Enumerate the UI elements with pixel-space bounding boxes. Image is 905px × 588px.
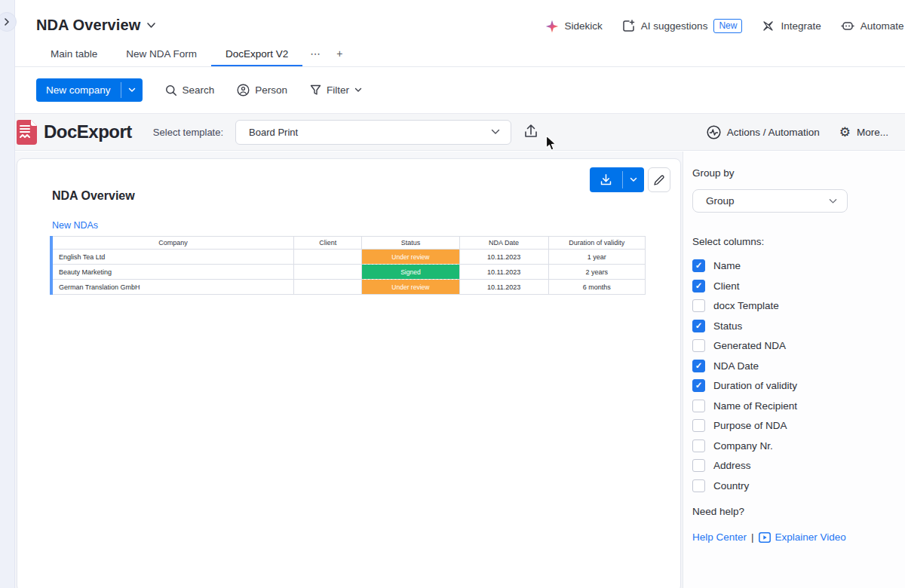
checkbox-label: Client [713,280,740,292]
checkbox-label: Status [713,320,742,332]
docexport-app-name: DocExport [44,121,132,142]
column-checkbox-address[interactable]: ✓ Address [692,459,797,473]
edit-template-button[interactable] [648,167,670,192]
tab-more-menu[interactable]: ⋯ [302,47,329,66]
chevron-down-icon[interactable] [146,22,156,29]
sidekick-button[interactable]: Sidekick [545,20,603,33]
docexport-logo: DocExport [17,120,132,145]
docexport-content: NDA Overview New NDAs Company Client Sta… [15,152,905,588]
chevron-down-icon[interactable] [354,87,362,93]
column-checkbox-nda-date[interactable]: ✓ NDA Date [692,360,797,373]
column-checkbox-client[interactable]: ✓ Client [692,280,797,293]
actions-automation-button[interactable]: Actions / Automation [707,125,820,139]
add-view-button[interactable]: + [329,47,351,66]
document-preview-card: NDA Overview New NDAs Company Client Sta… [17,158,681,588]
explainer-video-link[interactable]: Explainer Video [775,531,846,543]
column-checkbox-generated-nda[interactable]: ✓ Generated NDA [692,339,797,353]
tab-docexport-v2[interactable]: DocExport V2 [211,48,302,66]
person-icon [237,84,250,96]
column-checkbox-duration[interactable]: ✓ Duration of validity [692,379,797,393]
video-play-icon [759,532,771,543]
chevron-down-icon [630,177,637,182]
new-company-dropdown[interactable] [121,78,143,102]
column-header-client: Client [294,237,362,250]
checkbox[interactable]: ✓ [692,360,705,372]
checkbox[interactable]: ✓ [692,479,705,492]
link-separator: | [751,531,754,543]
checkbox[interactable]: ✓ [692,320,705,332]
template-select-value: Board Print [249,127,298,138]
filter-button[interactable]: Filter [310,84,362,96]
nda-table: Company Client Status NDA Date Duration … [50,236,646,295]
checkbox[interactable]: ✓ [692,339,705,352]
table-row: English Tea Ltd Under review 10.11.2023 … [51,250,646,265]
download-button[interactable] [590,167,644,192]
select-columns-label: Select columns: [692,236,797,247]
download-action[interactable] [590,167,622,192]
column-checkbox-name-of-recipient[interactable]: ✓ Name of Recipient [692,400,797,413]
tab-main-table[interactable]: Main table [36,48,112,66]
upload-template-button[interactable] [523,123,538,142]
checkbox[interactable]: ✓ [692,379,705,392]
table-row: German Translation GmbH Under review 10.… [51,280,646,295]
checkbox[interactable]: ✓ [692,439,705,452]
ai-suggestions-label: AI suggestions [641,20,708,32]
checkbox[interactable]: ✓ [692,280,705,292]
ai-suggestions-button[interactable]: AI suggestions New [622,19,743,33]
column-checkbox-purpose-of-nda[interactable]: ✓ Purpose of NDA [692,419,797,433]
select-template-label: Select template: [153,127,223,138]
more-settings-button[interactable]: ⚙ More... [839,126,888,139]
expand-sidebar-button[interactable] [0,12,17,32]
board-tabs: Main table New NDA Form DocExport V2 ⋯ + [36,44,351,66]
checkbox-label: Address [713,460,751,471]
checkbox[interactable]: ✓ [692,259,705,272]
search-icon [165,84,177,96]
table-row: Beauty Marketing Signed 10.11.2023 2 yea… [51,265,646,280]
table-header-row: Company Client Status NDA Date Duration … [51,237,646,250]
group-by-label: Group by [692,167,848,179]
automate-label: Automate / [861,20,905,32]
check-icon: ✓ [695,381,703,390]
checkbox-label: Generated NDA [713,340,786,351]
robot-icon [841,20,854,32]
person-filter-button[interactable]: Person [237,84,287,96]
column-checkbox-docx-template[interactable]: ✓ docx Template [692,299,797,313]
group-name-link[interactable]: New NDAs [52,220,98,231]
checkbox-label: Purpose of NDA [713,420,787,431]
new-company-button[interactable]: New company [36,78,143,102]
pencil-icon [653,174,665,186]
column-checkbox-name[interactable]: ✓ Name [692,259,797,273]
template-select[interactable]: Board Print [235,120,511,145]
collapsed-left-panel [0,0,15,588]
checkbox-label: Country [713,480,749,492]
new-company-label[interactable]: New company [36,78,121,102]
download-dropdown[interactable] [623,167,644,192]
column-header-nda-date: NDA Date [459,237,548,250]
checkbox[interactable]: ✓ [692,419,705,432]
checkbox[interactable]: ✓ [692,400,705,412]
column-checkbox-country[interactable]: ✓ Country [692,479,797,493]
search-button[interactable]: Search [165,84,215,96]
help-section: Need help? Help Center | Explainer Video [692,506,846,543]
filter-funnel-icon [310,84,321,96]
integrate-button[interactable]: Integrate [762,20,821,32]
sidekick-label: Sidekick [565,20,603,32]
automate-button[interactable]: Automate / [841,20,905,32]
column-checkbox-status[interactable]: ✓ Status [692,320,797,333]
ai-suggestions-icon [622,20,635,32]
column-checkbox-list: ✓ Name ✓ Client ✓ docx Template ✓ Status [692,259,797,492]
more-label: More... [857,127,888,138]
group-by-value: Group [706,195,735,207]
group-by-select[interactable]: Group [692,189,848,213]
board-toolbar: New company Search Person [15,67,905,113]
checkbox[interactable]: ✓ [692,459,705,472]
cell-client [294,250,362,265]
cell-company: English Tea Ltd [51,250,294,265]
actions-automation-label: Actions / Automation [727,127,820,138]
column-checkbox-company-nr[interactable]: ✓ Company Nr. [692,439,797,453]
board-title-row[interactable]: NDA Overview [36,17,156,34]
tab-new-nda-form[interactable]: New NDA Form [112,48,211,66]
checkbox[interactable]: ✓ [692,299,705,312]
help-center-link[interactable]: Help Center [692,531,747,543]
select-columns-section: Select columns: ✓ Name ✓ Client ✓ docx T… [692,236,797,492]
